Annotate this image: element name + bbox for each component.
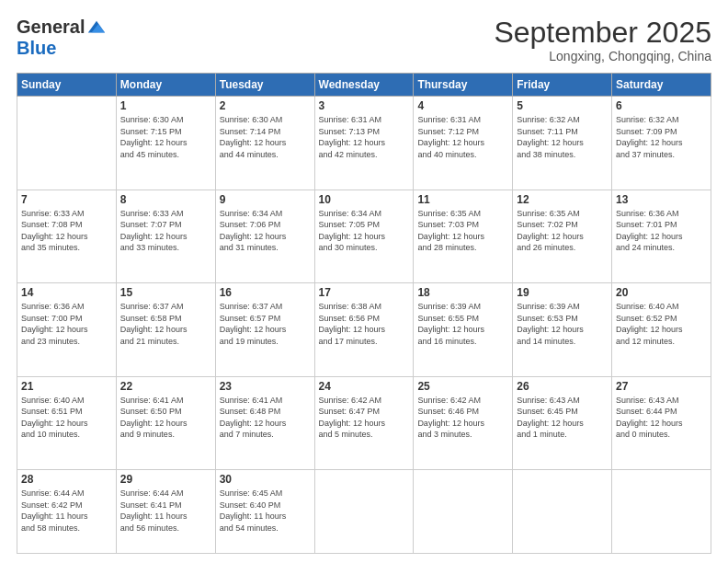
day-info: Sunrise: 6:36 AM Sunset: 7:00 PM Dayligh… [21, 301, 112, 347]
logo-general: General [17, 17, 85, 38]
day-info: Sunrise: 6:41 AM Sunset: 6:48 PM Dayligh… [220, 395, 311, 441]
calendar-week-row: 1Sunrise: 6:30 AM Sunset: 7:15 PM Daylig… [17, 97, 711, 190]
day-number: 9 [220, 193, 311, 206]
day-number: 21 [21, 380, 112, 393]
logo-blue: Blue [17, 38, 56, 59]
table-row: 30Sunrise: 6:45 AM Sunset: 6:40 PM Dayli… [215, 470, 314, 554]
header-tuesday: Tuesday [215, 74, 314, 97]
day-info: Sunrise: 6:35 AM Sunset: 7:02 PM Dayligh… [517, 208, 608, 254]
day-number: 24 [319, 380, 410, 393]
day-number: 13 [616, 193, 707, 206]
table-row: 11Sunrise: 6:35 AM Sunset: 7:03 PM Dayli… [414, 190, 513, 282]
day-info: Sunrise: 6:39 AM Sunset: 6:55 PM Dayligh… [417, 301, 508, 347]
table-row [513, 470, 612, 554]
table-row: 25Sunrise: 6:42 AM Sunset: 6:46 PM Dayli… [414, 376, 513, 469]
table-row: 26Sunrise: 6:43 AM Sunset: 6:45 PM Dayli… [513, 376, 612, 469]
table-row: 28Sunrise: 6:44 AM Sunset: 6:42 PM Dayli… [17, 470, 117, 554]
day-number: 14 [21, 286, 112, 299]
day-info: Sunrise: 6:34 AM Sunset: 7:05 PM Dayligh… [319, 208, 410, 254]
day-info: Sunrise: 6:43 AM Sunset: 6:44 PM Dayligh… [616, 395, 707, 441]
day-number: 19 [517, 286, 608, 299]
day-info: Sunrise: 6:39 AM Sunset: 6:53 PM Dayligh… [517, 301, 608, 347]
table-row: 15Sunrise: 6:37 AM Sunset: 6:58 PM Dayli… [116, 283, 215, 376]
day-number: 1 [120, 99, 211, 112]
day-info: Sunrise: 6:32 AM Sunset: 7:09 PM Dayligh… [616, 114, 707, 160]
table-row: 6Sunrise: 6:32 AM Sunset: 7:09 PM Daylig… [612, 97, 711, 190]
day-info: Sunrise: 6:30 AM Sunset: 7:14 PM Dayligh… [220, 114, 311, 160]
day-info: Sunrise: 6:34 AM Sunset: 7:06 PM Dayligh… [220, 208, 311, 254]
table-row: 22Sunrise: 6:41 AM Sunset: 6:50 PM Dayli… [116, 376, 215, 469]
table-row: 20Sunrise: 6:40 AM Sunset: 6:52 PM Dayli… [612, 283, 711, 376]
header-sunday: Sunday [17, 74, 117, 97]
table-row: 29Sunrise: 6:44 AM Sunset: 6:41 PM Dayli… [116, 470, 215, 554]
day-info: Sunrise: 6:43 AM Sunset: 6:45 PM Dayligh… [517, 395, 608, 441]
day-number: 18 [417, 286, 508, 299]
table-row: 19Sunrise: 6:39 AM Sunset: 6:53 PM Dayli… [513, 283, 612, 376]
day-info: Sunrise: 6:33 AM Sunset: 7:08 PM Dayligh… [21, 208, 112, 254]
table-row: 10Sunrise: 6:34 AM Sunset: 7:05 PM Dayli… [314, 190, 414, 282]
logo-text: General [17, 17, 107, 38]
location: Longxing, Chongqing, China [494, 49, 711, 63]
table-row [414, 470, 513, 554]
day-info: Sunrise: 6:37 AM Sunset: 6:58 PM Dayligh… [120, 301, 211, 347]
day-number: 2 [220, 99, 311, 112]
table-row: 4Sunrise: 6:31 AM Sunset: 7:12 PM Daylig… [414, 97, 513, 190]
day-info: Sunrise: 6:38 AM Sunset: 6:56 PM Dayligh… [319, 301, 410, 347]
day-info: Sunrise: 6:30 AM Sunset: 7:15 PM Dayligh… [120, 114, 211, 160]
title-block: September 2025 Longxing, Chongqing, Chin… [494, 17, 711, 63]
day-number: 16 [220, 286, 311, 299]
table-row: 3Sunrise: 6:31 AM Sunset: 7:13 PM Daylig… [314, 97, 414, 190]
table-row [612, 470, 711, 554]
day-info: Sunrise: 6:40 AM Sunset: 6:51 PM Dayligh… [21, 395, 112, 441]
page: General Blue September 2025 Longxing, Ch… [0, 0, 728, 563]
day-info: Sunrise: 6:32 AM Sunset: 7:11 PM Dayligh… [517, 114, 608, 160]
day-info: Sunrise: 6:35 AM Sunset: 7:03 PM Dayligh… [417, 208, 508, 254]
day-number: 12 [517, 193, 608, 206]
calendar-week-row: 28Sunrise: 6:44 AM Sunset: 6:42 PM Dayli… [17, 470, 711, 554]
day-number: 10 [319, 193, 410, 206]
logo-icon [86, 17, 107, 38]
table-row: 16Sunrise: 6:37 AM Sunset: 6:57 PM Dayli… [215, 283, 314, 376]
day-number: 30 [220, 473, 311, 486]
table-row [17, 97, 117, 190]
table-row: 2Sunrise: 6:30 AM Sunset: 7:14 PM Daylig… [215, 97, 314, 190]
day-info: Sunrise: 6:44 AM Sunset: 6:42 PM Dayligh… [21, 488, 112, 534]
day-number: 27 [616, 380, 707, 393]
day-info: Sunrise: 6:37 AM Sunset: 6:57 PM Dayligh… [220, 301, 311, 347]
day-info: Sunrise: 6:33 AM Sunset: 7:07 PM Dayligh… [120, 208, 211, 254]
table-row: 17Sunrise: 6:38 AM Sunset: 6:56 PM Dayli… [314, 283, 414, 376]
day-info: Sunrise: 6:31 AM Sunset: 7:13 PM Dayligh… [319, 114, 410, 160]
day-number: 11 [417, 193, 508, 206]
day-number: 26 [517, 380, 608, 393]
logo: General Blue [17, 17, 107, 59]
table-row: 7Sunrise: 6:33 AM Sunset: 7:08 PM Daylig… [17, 190, 117, 282]
calendar-table: Sunday Monday Tuesday Wednesday Thursday… [17, 73, 711, 554]
day-number: 28 [21, 473, 112, 486]
day-number: 7 [21, 193, 112, 206]
day-number: 17 [319, 286, 410, 299]
day-number: 25 [417, 380, 508, 393]
day-info: Sunrise: 6:42 AM Sunset: 6:46 PM Dayligh… [417, 395, 508, 441]
day-number: 6 [616, 99, 707, 112]
table-row: 27Sunrise: 6:43 AM Sunset: 6:44 PM Dayli… [612, 376, 711, 469]
table-row: 21Sunrise: 6:40 AM Sunset: 6:51 PM Dayli… [17, 376, 117, 469]
day-number: 4 [417, 99, 508, 112]
table-row: 24Sunrise: 6:42 AM Sunset: 6:47 PM Dayli… [314, 376, 414, 469]
calendar-week-row: 14Sunrise: 6:36 AM Sunset: 7:00 PM Dayli… [17, 283, 711, 376]
table-row: 5Sunrise: 6:32 AM Sunset: 7:11 PM Daylig… [513, 97, 612, 190]
day-number: 23 [220, 380, 311, 393]
table-row: 9Sunrise: 6:34 AM Sunset: 7:06 PM Daylig… [215, 190, 314, 282]
day-number: 22 [120, 380, 211, 393]
table-row: 23Sunrise: 6:41 AM Sunset: 6:48 PM Dayli… [215, 376, 314, 469]
header-monday: Monday [116, 74, 215, 97]
day-info: Sunrise: 6:36 AM Sunset: 7:01 PM Dayligh… [616, 208, 707, 254]
header: General Blue September 2025 Longxing, Ch… [17, 17, 711, 63]
calendar-week-row: 7Sunrise: 6:33 AM Sunset: 7:08 PM Daylig… [17, 190, 711, 282]
day-info: Sunrise: 6:31 AM Sunset: 7:12 PM Dayligh… [417, 114, 508, 160]
day-number: 5 [517, 99, 608, 112]
day-info: Sunrise: 6:45 AM Sunset: 6:40 PM Dayligh… [220, 488, 311, 534]
table-row: 12Sunrise: 6:35 AM Sunset: 7:02 PM Dayli… [513, 190, 612, 282]
day-number: 29 [120, 473, 211, 486]
table-row: 8Sunrise: 6:33 AM Sunset: 7:07 PM Daylig… [116, 190, 215, 282]
table-row: 1Sunrise: 6:30 AM Sunset: 7:15 PM Daylig… [116, 97, 215, 190]
